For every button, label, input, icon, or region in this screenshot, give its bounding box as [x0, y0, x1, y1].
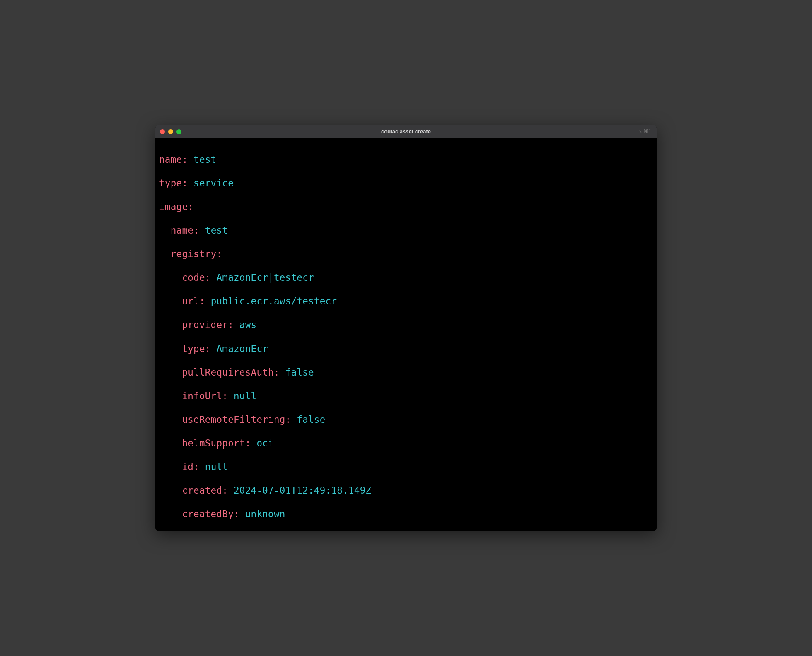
val-helm: oci [251, 438, 274, 449]
key-infourl: infoUrl: [182, 391, 228, 401]
key-name: name: [159, 154, 188, 165]
key-code: code: [182, 272, 210, 283]
val-r-created: 2024-07-01T12:49:18.149Z [228, 485, 371, 496]
val-image-name: test [199, 225, 228, 236]
key-pra: pullRequiresAuth: [182, 367, 279, 378]
val-code: AmazonEcr|testecr [211, 272, 314, 283]
key-url: url: [182, 296, 205, 306]
traffic-lights [155, 129, 181, 134]
shortcut-hint: ⌥⌘1 [638, 128, 651, 135]
key-image: image: [159, 201, 193, 212]
close-icon[interactable] [160, 129, 165, 134]
key-provider: provider: [182, 319, 234, 330]
key-type: type: [159, 178, 188, 188]
val-rtype: AmazonEcr [211, 343, 268, 354]
key-urf: useRemoteFiltering: [182, 414, 291, 425]
title-bar: codiac asset create ⌥⌘1 [155, 125, 657, 138]
window-title: codiac asset create [381, 128, 431, 135]
val-pra: false [280, 367, 314, 378]
val-url: public.ecr.aws/testecr [205, 296, 337, 306]
key-r-createdby: createdBy: [182, 509, 239, 519]
zoom-icon[interactable] [176, 129, 181, 134]
val-urf: false [291, 414, 325, 425]
val-provider: aws [234, 319, 256, 330]
terminal-window: codiac asset create ⌥⌘1 name: test type:… [155, 125, 657, 531]
key-r-created: created: [182, 485, 228, 496]
key-registry: registry: [171, 248, 222, 259]
key-helm: helmSupport: [182, 438, 251, 449]
val-type: service [188, 178, 234, 188]
val-infourl: null [228, 391, 256, 401]
val-r-createdby: unknown [239, 509, 285, 519]
terminal-body[interactable]: name: test type: service image: name: te… [155, 138, 657, 531]
key-image-name: name: [171, 225, 199, 236]
minimize-icon[interactable] [168, 129, 173, 134]
key-rtype: type: [182, 343, 210, 354]
key-id: id: [182, 461, 199, 472]
val-name: test [188, 154, 216, 165]
val-id: null [199, 461, 228, 472]
